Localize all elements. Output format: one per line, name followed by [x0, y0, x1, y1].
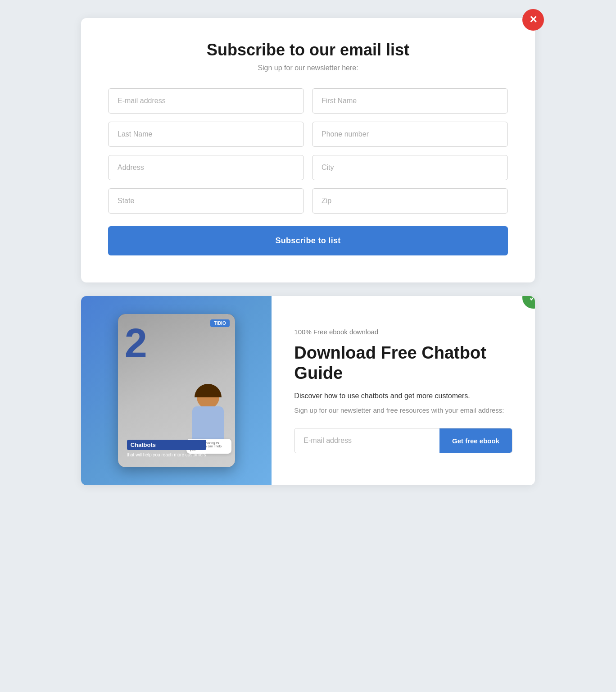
- subscribe-modal: ✕ Subscribe to our email list Sign up fo…: [81, 18, 535, 282]
- ebook-note: Sign up for our newsletter and free reso…: [294, 405, 512, 416]
- ebook-image: TIDIO 2 Hi! I'm bot looking for Tiffany.…: [81, 296, 272, 485]
- first-name-field[interactable]: [312, 88, 508, 114]
- address-field[interactable]: [108, 155, 304, 180]
- last-name-field[interactable]: [108, 122, 304, 147]
- modal-subtitle: Sign up for our newsletter here:: [108, 64, 508, 72]
- ebook-tag: 100% Free ebook download: [294, 328, 512, 336]
- chatbots-sub: that will help you reach more customers: [127, 452, 206, 458]
- ebook-form: Get free ebook: [294, 428, 512, 453]
- form-fields: [108, 88, 508, 214]
- ebook-card: ✓ TIDIO 2 Hi! I'm bot: [81, 296, 535, 485]
- tablet-screen: TIDIO 2 Hi! I'm bot looking for Tiffany.…: [118, 314, 235, 467]
- ebook-number: 2: [125, 323, 147, 364]
- phone-field[interactable]: [312, 122, 508, 147]
- tidio-label: TIDIO: [214, 321, 226, 326]
- ebook-email-input[interactable]: [294, 428, 439, 453]
- ebook-title: Download Free Chatbot Guide: [294, 343, 512, 384]
- ebook-content: 100% Free ebook download Download Free C…: [272, 296, 535, 485]
- tidio-badge: TIDIO: [210, 319, 230, 327]
- email-field[interactable]: [108, 88, 304, 114]
- close-button[interactable]: ✕: [522, 9, 544, 31]
- modal-title: Subscribe to our email list: [108, 41, 508, 59]
- state-field[interactable]: [108, 188, 304, 214]
- subscribe-button[interactable]: Subscribe to list: [108, 226, 508, 255]
- zip-field[interactable]: [312, 188, 508, 214]
- checkmark-icon: ✓: [529, 296, 535, 304]
- close-icon: ✕: [529, 14, 537, 26]
- get-ebook-button[interactable]: Get free ebook: [439, 428, 512, 453]
- chatbots-label: Chatbots: [127, 440, 206, 450]
- ebook-description: Discover how to use chatbots and get mor…: [294, 392, 512, 400]
- tablet-mockup: TIDIO 2 Hi! I'm bot looking for Tiffany.…: [118, 314, 235, 467]
- city-field[interactable]: [312, 155, 508, 180]
